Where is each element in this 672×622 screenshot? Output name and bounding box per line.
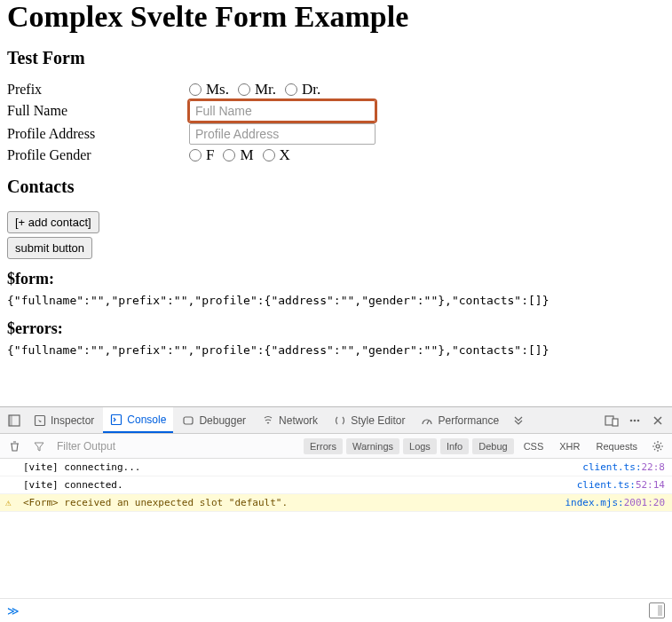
- gender-radio-f[interactable]: [189, 149, 202, 161]
- add-contact-button[interactable]: [+ add contact]: [7, 211, 99, 233]
- row-fullname: Full Name: [7, 100, 665, 122]
- prefix-radio-dr[interactable]: [285, 83, 297, 96]
- errors-state-value: {"fullname":"","prefix":"","profile":{"a…: [7, 343, 665, 357]
- form-heading: Test Form: [7, 48, 665, 68]
- contacts-heading: Contacts: [7, 177, 665, 197]
- gender-option-x: X: [280, 146, 290, 164]
- form-state-label: $form:: [7, 270, 665, 288]
- label-prefix: Prefix: [7, 82, 189, 98]
- gender-radio-x[interactable]: [263, 149, 275, 161]
- row-prefix: Prefix Ms. Mr. Dr.: [7, 81, 665, 98]
- label-address: Profile Address: [7, 126, 189, 142]
- gender-radio-m[interactable]: [223, 149, 235, 161]
- label-fullname: Full Name: [7, 103, 189, 119]
- prefix-radio-mr[interactable]: [238, 83, 250, 96]
- gender-option-m: M: [240, 146, 253, 164]
- row-address: Profile Address: [7, 123, 665, 145]
- form-state-value: {"fullname":"","prefix":"","profile":{"a…: [7, 294, 665, 307]
- label-gender: Profile Gender: [7, 147, 189, 163]
- prefix-option-mr: Mr.: [255, 81, 276, 98]
- errors-state-label: $errors:: [7, 319, 665, 338]
- gender-option-f: F: [206, 146, 214, 164]
- prefix-radio-group: Ms. Mr. Dr.: [189, 81, 322, 98]
- prefix-radio-ms[interactable]: [189, 83, 202, 96]
- address-input[interactable]: [189, 123, 376, 145]
- fullname-input[interactable]: [189, 100, 376, 122]
- submit-button[interactable]: submit button: [7, 237, 92, 259]
- prefix-option-dr: Dr.: [302, 81, 320, 98]
- row-gender: Profile Gender F M X: [7, 146, 665, 164]
- gender-radio-group: F M X: [189, 146, 292, 164]
- prefix-option-ms: Ms.: [206, 81, 229, 98]
- page-title: Complex Svelte Form Example: [7, 0, 665, 34]
